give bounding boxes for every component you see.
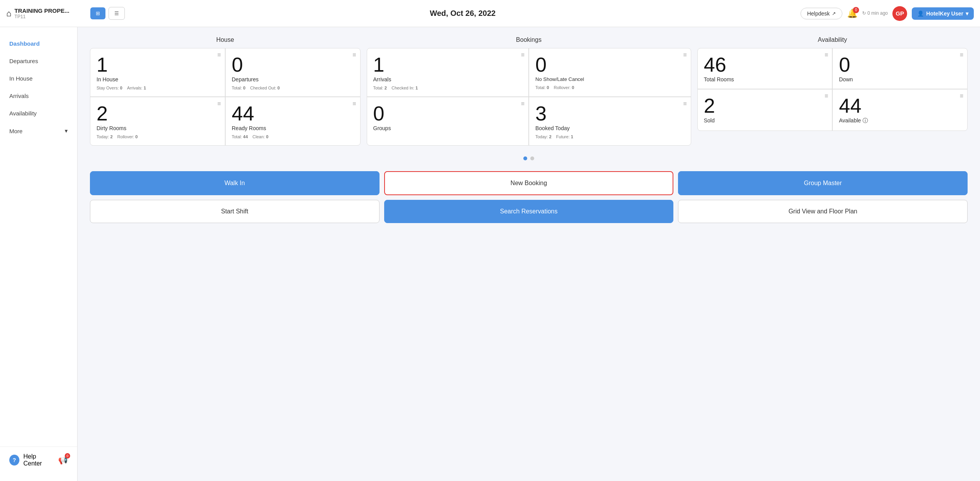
ready-sub1: Total: 44: [232, 134, 248, 139]
house-section: House ≡ 1 In House Stay Overs: 0 Arrival…: [90, 36, 361, 146]
dot-1[interactable]: [523, 156, 527, 160]
down-label: Down: [839, 76, 961, 82]
booked-sub2: Future: 1: [556, 134, 573, 139]
header: ⌂ TRAINING PROPE... TP11 ⊞ ☰ Wed, Oct 26…: [0, 0, 980, 27]
dirty-sub2: Rollover: 0: [117, 134, 138, 139]
noshow-sub1: Total: 0: [535, 85, 549, 90]
available-label: Available ⓘ: [839, 117, 961, 124]
header-right: Helpdesk ↗ 🔔 0 ↻ 0 min ago GP 👤 HotelKey…: [801, 6, 974, 21]
filter-icon[interactable]: ≡: [217, 52, 221, 58]
availability-cards-grid: ≡ 46 Total Rooms ≡ 0 Down ≡ 2 Sold: [697, 48, 968, 131]
grid-view-floor-plan-button[interactable]: Grid View and Floor Plan: [678, 200, 968, 223]
start-shift-button[interactable]: Start Shift: [90, 200, 380, 223]
ready-sub2: Clean: 0: [252, 134, 268, 139]
availability-title: Availability: [697, 36, 968, 43]
filter-icon[interactable]: ≡: [683, 52, 687, 58]
bookings-section: Bookings ≡ 1 Arrivals Total: 2 Checked I…: [367, 36, 691, 146]
search-reservations-button[interactable]: Search Reservations: [384, 200, 674, 223]
inhouse-label: In House: [97, 76, 219, 82]
departures-number: 0: [232, 55, 354, 75]
sync-info: ↻ 0 min ago: [862, 10, 888, 17]
house-card-inhouse[interactable]: ≡ 1 In House Stay Overs: 0 Arrivals: 1: [90, 48, 225, 96]
avail-card-available[interactable]: ≡ 44 Available ⓘ: [833, 89, 967, 131]
menu-toggle[interactable]: ☰: [109, 7, 125, 20]
arrivals-sub1: Total: 2: [373, 86, 387, 90]
noshow-sub2: Rollover: 0: [554, 85, 574, 90]
pagination-dots: [90, 153, 968, 163]
avatar: GP: [892, 6, 907, 21]
avail-card-down[interactable]: ≡ 0 Down: [833, 48, 967, 89]
filter-icon[interactable]: ≡: [825, 52, 828, 58]
filter-icon[interactable]: ≡: [217, 100, 221, 107]
sidebar-item-inhouse[interactable]: In House: [0, 70, 77, 87]
help-center-label: Help Center: [23, 453, 54, 467]
dirty-number: 2: [97, 103, 219, 124]
filter-icon[interactable]: ≡: [683, 100, 687, 107]
sidebar-item-dashboard[interactable]: Dashboard: [0, 35, 77, 52]
bookings-card-arrivals[interactable]: ≡ 1 Arrivals Total: 2 Checked In: 1: [367, 48, 529, 96]
arrivals-label: Arrivals: [373, 76, 523, 82]
bookings-card-groups[interactable]: ≡ 0 Groups: [367, 97, 529, 145]
booked-label: Booked Today: [535, 125, 685, 131]
inhouse-number: 1: [97, 55, 219, 75]
departures-label: Departures: [232, 76, 354, 82]
dashboard-sections: House ≡ 1 In House Stay Overs: 0 Arrival…: [90, 36, 968, 146]
bookings-card-booked[interactable]: ≡ 3 Booked Today Today: 2 Future: 1: [529, 97, 691, 145]
sidebar-item-availability[interactable]: Availability: [0, 105, 77, 122]
total-rooms-number: 46: [704, 55, 826, 75]
avail-card-sold[interactable]: ≡ 2 Sold: [698, 89, 832, 131]
house-card-departures[interactable]: ≡ 0 Departures Total: 0 Checked Out: 0: [226, 48, 360, 96]
ready-sublabels: Total: 44 Clean: 0: [232, 134, 354, 139]
user-icon: 👤: [917, 10, 924, 17]
dirty-sublabels: Today: 2 Rollover: 0: [97, 134, 219, 139]
dirty-sub1: Today: 2: [97, 134, 113, 139]
brand: TRAINING PROPE... TP11: [14, 7, 84, 19]
filter-icon[interactable]: ≡: [521, 100, 525, 107]
main-content: House ≡ 1 In House Stay Overs: 0 Arrival…: [78, 27, 980, 481]
house-title: House: [90, 36, 361, 43]
help-center-button[interactable]: ?: [9, 455, 19, 466]
filter-icon[interactable]: ≡: [960, 93, 963, 100]
sidebar-item-more[interactable]: More ▾: [0, 122, 77, 140]
house-card-dirty[interactable]: ≡ 2 Dirty Rooms Today: 2 Rollover: 0: [90, 97, 225, 145]
dot-2[interactable]: [530, 156, 534, 160]
brand-name: TRAINING PROPE...: [14, 7, 84, 14]
down-number: 0: [839, 55, 961, 75]
arrivals-sublabels: Total: 2 Checked In: 1: [373, 86, 523, 90]
group-master-button[interactable]: Group Master: [678, 171, 968, 195]
filter-icon[interactable]: ≡: [825, 93, 828, 100]
new-booking-button[interactable]: New Booking: [384, 171, 674, 195]
house-card-ready[interactable]: ≡ 44 Ready Rooms Total: 44 Clean: 0: [226, 97, 360, 145]
notification-button[interactable]: 🔔 0: [847, 9, 858, 19]
groups-label: Groups: [373, 125, 523, 131]
filter-icon[interactable]: ≡: [352, 100, 356, 107]
filter-icon[interactable]: ≡: [352, 52, 356, 58]
ready-label: Ready Rooms: [232, 125, 354, 131]
filter-icon[interactable]: ≡: [521, 52, 525, 58]
sidebar-item-departures[interactable]: Departures: [0, 52, 77, 70]
noshow-label: No Show/Late Cancel: [535, 76, 685, 82]
header-date: Wed, Oct 26, 2022: [125, 9, 801, 18]
helpdesk-label: Helpdesk: [807, 10, 830, 17]
inhouse-sub1: Stay Overs: 0: [97, 86, 122, 90]
helpdesk-button[interactable]: Helpdesk ↗: [801, 8, 842, 19]
megaphone-badge-wrap: 📢 0: [58, 455, 68, 465]
user-menu-button[interactable]: 👤 HotelKey User ▾: [912, 7, 974, 20]
dirty-label: Dirty Rooms: [97, 125, 219, 131]
sidebar-footer: ? Help Center 📢 0: [0, 447, 77, 473]
external-link-icon: ↗: [832, 11, 836, 16]
sidebar-item-arrivals[interactable]: Arrivals: [0, 87, 77, 105]
walk-in-button[interactable]: Walk In: [90, 171, 380, 195]
bookings-cards-grid: ≡ 1 Arrivals Total: 2 Checked In: 1 ≡ 0 …: [367, 48, 691, 146]
booked-number: 3: [535, 103, 685, 124]
notification-badge: 0: [853, 7, 859, 13]
filter-icon[interactable]: ≡: [960, 52, 963, 58]
grid-view-toggle[interactable]: ⊞: [90, 7, 105, 19]
avail-card-total[interactable]: ≡ 46 Total Rooms: [698, 48, 832, 89]
chevron-down-icon: ▾: [65, 127, 68, 134]
sold-label: Sold: [704, 117, 826, 124]
bookings-card-noshow[interactable]: ≡ 0 No Show/Late Cancel Total: 0 Rollove…: [529, 48, 691, 96]
layout: Dashboard Departures In House Arrivals A…: [0, 27, 980, 481]
user-label: HotelKey User: [926, 10, 963, 17]
available-number: 44: [839, 96, 961, 116]
